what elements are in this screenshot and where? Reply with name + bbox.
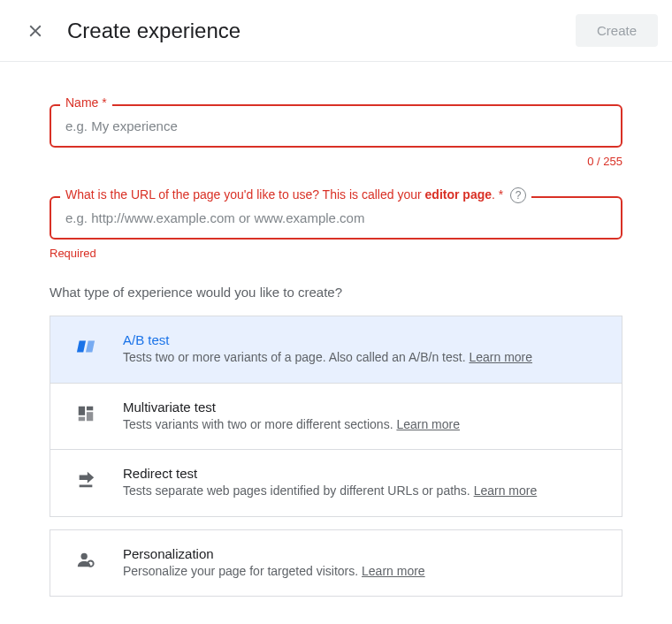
personalization-icon [75,550,96,571]
header-left: Create experience [25,19,241,43]
option-mvt-title: Multivariate test [123,400,604,415]
url-field-label: What is the URL of the page you'd like t… [60,187,531,203]
svg-rect-1 [87,406,93,410]
svg-point-5 [81,553,88,559]
url-field-wrapper: What is the URL of the page you'd like t… [50,196,622,240]
name-field-wrapper: Name * [50,104,622,148]
option-mvt-desc: Tests variants with two or more differen… [123,416,604,434]
option-multivariate[interactable]: Multivariate test Tests variants with tw… [50,384,622,451]
option-personalization[interactable]: Personalization Personalize your page fo… [50,529,622,597]
close-icon [26,21,45,41]
option-personalization-title: Personalization [123,546,604,561]
option-ab-desc: Tests two or more variants of a page. Al… [123,349,604,367]
experience-type-list: A/B test Tests two or more variants of a… [50,316,622,517]
option-ab-title: A/B test [123,332,604,347]
name-input[interactable] [50,104,622,148]
option-redirect-title: Redirect test [123,466,604,481]
option-redirect-content: Redirect test Tests separate web pages i… [123,466,604,500]
url-label-prefix: What is the URL of the page you'd like t… [65,187,425,202]
url-label-suffix: . * [492,187,503,202]
option-mvt-content: Multivariate test Tests variants with tw… [123,400,604,434]
option-ab-test[interactable]: A/B test Tests two or more variants of a… [50,316,622,384]
name-char-count: 0 / 255 [50,155,622,168]
option-redirect-desc: Tests separate web pages identified by d… [123,483,604,500]
url-error-message: Required [50,247,622,260]
svg-rect-0 [79,406,85,415]
redirect-learn-more-link[interactable]: Learn more [474,483,538,498]
dialog-title: Create experience [67,19,241,43]
url-label-bold: editor page [425,187,492,202]
svg-rect-4 [80,485,93,488]
multivariate-icon [75,403,96,424]
create-button[interactable]: Create [576,14,658,47]
type-section-heading: What type of experience would you like t… [50,285,622,300]
option-redirect[interactable]: Redirect test Tests separate web pages i… [50,450,622,517]
dialog-content: Name * 0 / 255 What is the URL of the pa… [0,62,672,614]
close-button[interactable] [25,20,46,42]
ab-test-icon [75,336,96,357]
option-ab-content: A/B test Tests two or more variants of a… [123,332,604,367]
redirect-icon [75,469,96,491]
mvt-learn-more-link[interactable]: Learn more [396,417,460,431]
personalization-learn-more-link[interactable]: Learn more [362,564,425,578]
svg-rect-2 [87,412,93,421]
svg-rect-3 [79,416,85,421]
option-personalization-desc: Personalize your page for targeted visit… [123,563,604,581]
help-icon[interactable]: ? [510,187,526,203]
option-gap [50,517,622,529]
dialog-header: Create experience Create [0,0,672,62]
option-personalization-content: Personalization Personalize your page fo… [123,546,604,581]
ab-learn-more-link[interactable]: Learn more [469,350,532,364]
name-field-label: Name * [60,95,112,110]
